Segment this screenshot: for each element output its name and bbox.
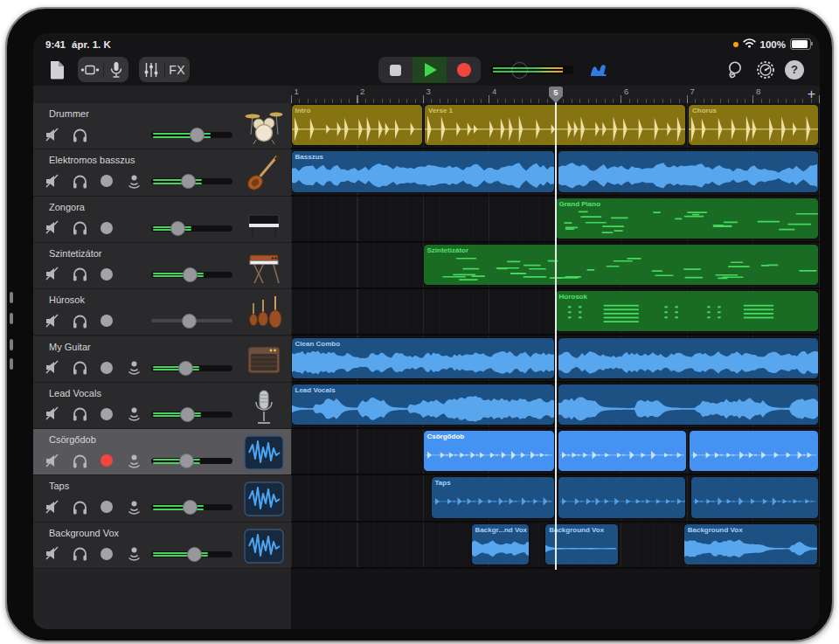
mute-button[interactable] [42, 496, 63, 517]
record-button[interactable] [447, 57, 481, 83]
region-my-guitar[interactable] [558, 338, 818, 378]
fx-button[interactable]: FX [165, 57, 191, 82]
input-monitor-button[interactable] [123, 496, 144, 517]
region-taps[interactable]: Taps [432, 477, 554, 517]
studio-mic-icon[interactable] [244, 387, 284, 426]
track-header-7[interactable]: Lead Vocals [33, 383, 291, 429]
record-enable-button[interactable] [96, 264, 117, 285]
tracks-view-icon[interactable] [78, 57, 103, 82]
record-enable-button[interactable] [96, 450, 117, 471]
solo-headphones-button[interactable] [69, 450, 90, 471]
apple-loops-icon[interactable] [587, 59, 610, 81]
track-header-4[interactable]: Szintetizátor [33, 243, 291, 289]
input-monitor-button[interactable] [123, 357, 144, 378]
mute-button[interactable] [42, 310, 63, 331]
mute-button[interactable] [42, 450, 63, 471]
region-h-rosok[interactable]: Húrosok [556, 291, 818, 331]
input-monitor-button[interactable] [123, 170, 144, 191]
bass-guitar-icon[interactable] [244, 154, 284, 192]
region-lead-vocals[interactable]: Lead Vocals [292, 384, 554, 425]
solo-headphones-button[interactable] [69, 218, 90, 239]
solo-headphones-button[interactable] [69, 170, 90, 191]
region-clean-combo[interactable]: Clean Combo [292, 338, 554, 378]
synth-keyboard-icon[interactable] [244, 247, 284, 286]
mute-button[interactable] [42, 170, 63, 191]
record-enable-button[interactable] [96, 544, 117, 564]
region-szintetiz-tor[interactable]: Szintetizátor [424, 245, 818, 285]
region-background-vox[interactable]: Background Vox [684, 524, 818, 564]
track-volume-slider[interactable] [151, 454, 232, 467]
audio-waveform-icon[interactable] [244, 433, 284, 472]
mute-button[interactable] [42, 404, 63, 425]
settings-icon[interactable] [754, 59, 777, 81]
track-header-6[interactable]: My Guitar [33, 336, 291, 383]
record-enable-button[interactable] [96, 357, 117, 378]
solo-headphones-button[interactable] [69, 404, 90, 425]
string-section-icon[interactable] [244, 294, 284, 332]
mute-button[interactable] [42, 357, 63, 378]
record-enable-button[interactable] [96, 170, 117, 191]
document-icon[interactable] [45, 59, 68, 81]
track-header-8[interactable]: Csörgődob [33, 429, 291, 475]
track-volume-slider[interactable] [151, 267, 232, 281]
region-cs-rg-dob[interactable] [558, 431, 686, 471]
loop-browser-icon[interactable] [724, 59, 746, 81]
slider-knob[interactable] [190, 128, 205, 142]
track-header-5[interactable]: Húrosok [33, 289, 291, 336]
region-lead-vocals[interactable] [558, 384, 818, 425]
region-taps[interactable] [558, 477, 685, 517]
track-volume-slider[interactable] [151, 128, 232, 142]
input-monitor-button[interactable] [123, 404, 144, 425]
solo-headphones-button[interactable] [69, 124, 90, 145]
track-header-2[interactable]: Elektromos basszus [33, 149, 291, 196]
grand-piano-icon[interactable] [244, 201, 284, 239]
solo-headphones-button[interactable] [69, 544, 90, 564]
record-enable-button[interactable] [96, 310, 117, 331]
region-background-vox[interactable]: Background Vox [545, 524, 618, 564]
slider-knob[interactable] [170, 221, 185, 236]
input-monitor-button[interactable] [123, 544, 144, 564]
region-intro[interactable]: Intro [292, 105, 422, 145]
mute-button[interactable] [42, 124, 63, 145]
track-header-10[interactable]: Background Vox [33, 523, 291, 569]
mute-button[interactable] [42, 544, 63, 564]
drum-kit-icon[interactable] [244, 107, 284, 146]
guitar-amp-icon[interactable] [244, 341, 284, 379]
record-enable-button[interactable] [96, 404, 117, 425]
stop-button[interactable] [378, 57, 413, 83]
record-enable-button[interactable] [96, 496, 117, 517]
region-elektromos-basszus[interactable] [558, 151, 818, 191]
track-header-9[interactable]: Taps [33, 475, 291, 522]
slider-knob[interactable] [180, 407, 195, 422]
slider-knob[interactable] [179, 454, 194, 468]
region-taps[interactable] [691, 477, 818, 517]
track-controls-icon[interactable] [139, 57, 164, 82]
record-enable-button[interactable] [96, 218, 117, 239]
track-volume-slider[interactable] [151, 221, 232, 235]
slider-knob[interactable] [183, 267, 198, 282]
play-button[interactable] [413, 57, 447, 83]
volume-knob[interactable] [511, 62, 528, 79]
slider-knob[interactable] [178, 361, 193, 376]
track-volume-slider[interactable] [151, 361, 232, 375]
input-monitor-button[interactable] [123, 450, 144, 471]
mic-icon[interactable] [104, 57, 129, 82]
region-basszus[interactable]: Basszus [292, 151, 554, 191]
solo-headphones-button[interactable] [69, 310, 90, 331]
slider-knob[interactable] [181, 174, 196, 189]
audio-waveform-icon[interactable] [244, 480, 284, 518]
add-section-button[interactable]: + [808, 86, 815, 103]
mute-button[interactable] [42, 218, 63, 239]
solo-headphones-button[interactable] [69, 496, 90, 517]
track-volume-slider[interactable] [151, 407, 232, 421]
solo-headphones-button[interactable] [69, 264, 90, 285]
mute-button[interactable] [42, 264, 63, 285]
region-backgr-nd-vox[interactable]: Backgr...nd Vox [472, 524, 530, 564]
region-chorus[interactable]: Chorus [689, 105, 818, 145]
track-volume-slider[interactable] [151, 500, 232, 514]
region-cs-rg-dob[interactable] [690, 431, 818, 471]
track-volume-slider[interactable] [151, 314, 232, 328]
solo-headphones-button[interactable] [69, 357, 90, 378]
slider-knob[interactable] [182, 314, 197, 329]
region-grand-piano[interactable]: Grand Piano [556, 198, 818, 239]
